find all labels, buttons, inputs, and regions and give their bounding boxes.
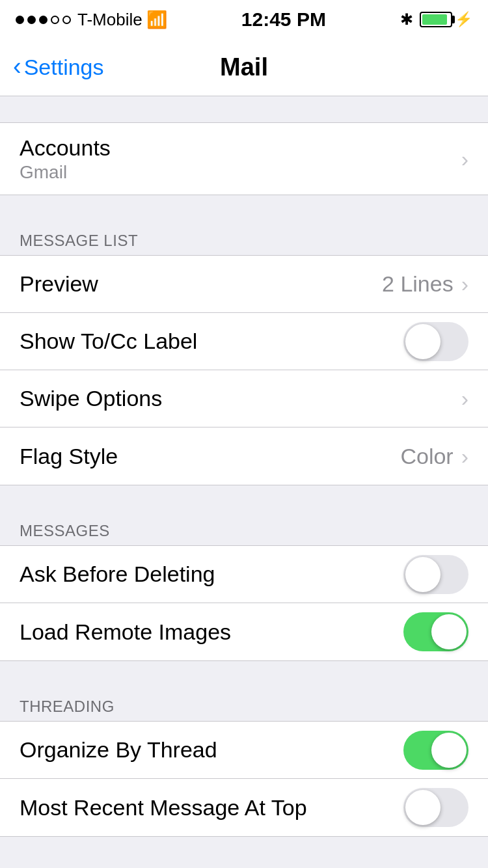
swipe-options-row[interactable]: Swipe Options › <box>0 370 488 427</box>
load-remote-images-row-left: Load Remote Images <box>20 619 231 645</box>
show-tocc-toggle-knob <box>405 324 441 359</box>
swipe-options-chevron-icon: › <box>461 386 468 411</box>
load-remote-images-row-right <box>403 612 468 651</box>
messages-header: MESSAGES <box>0 511 488 545</box>
swipe-options-label: Swipe Options <box>20 386 162 411</box>
show-tocc-row-left: Show To/Cc Label <box>20 329 197 354</box>
accounts-row-left: Accounts Gmail <box>20 135 111 183</box>
signal-dot-5 <box>62 16 71 24</box>
signal-dots <box>16 16 71 24</box>
preview-chevron-icon: › <box>461 271 468 297</box>
organize-by-thread-label: Organize By Thread <box>20 737 217 763</box>
preview-label: Preview <box>20 271 98 297</box>
signal-dot-3 <box>39 16 47 24</box>
carrier-label: T-Mobile <box>77 10 142 30</box>
accounts-group: Accounts Gmail › <box>0 122 488 195</box>
most-recent-message-toggle[interactable] <box>403 788 468 827</box>
page-title: Mail <box>220 53 268 81</box>
charging-icon: ⚡ <box>455 11 472 28</box>
flag-style-row[interactable]: Flag Style Color › <box>0 427 488 485</box>
ask-before-deleting-toggle-knob <box>405 557 441 592</box>
gap-bottom <box>0 837 488 863</box>
ask-before-deleting-row-left: Ask Before Deleting <box>20 562 215 587</box>
bluetooth-icon: ✱ <box>400 10 413 29</box>
show-tocc-row-right <box>403 322 468 361</box>
gap-before-threading <box>0 661 488 687</box>
signal-dot-4 <box>51 16 59 24</box>
flag-style-row-right: Color › <box>400 444 468 469</box>
message-list-group: Preview 2 Lines › Show To/Cc Label Swipe… <box>0 255 488 485</box>
flag-style-row-left: Flag Style <box>20 444 118 469</box>
flag-style-chevron-icon: › <box>461 444 468 469</box>
preview-row-right: 2 Lines › <box>382 271 468 297</box>
load-remote-images-toggle[interactable] <box>403 612 468 651</box>
accounts-label: Accounts <box>20 135 111 161</box>
ask-before-deleting-row: Ask Before Deleting <box>0 546 488 603</box>
flag-style-label: Flag Style <box>20 444 118 469</box>
organize-by-thread-toggle[interactable] <box>403 731 468 770</box>
signal-dot-2 <box>27 16 36 24</box>
preview-row[interactable]: Preview 2 Lines › <box>0 256 488 313</box>
most-recent-message-toggle-knob <box>405 790 441 825</box>
status-bar: T-Mobile 📶 12:45 PM ✱ ⚡ <box>0 0 488 39</box>
ask-before-deleting-toggle[interactable] <box>403 555 468 594</box>
wifi-icon: 📶 <box>146 10 167 30</box>
threading-header: THREADING <box>0 687 488 721</box>
gap-before-accounts <box>0 96 488 122</box>
accounts-sublabel: Gmail <box>20 162 111 183</box>
gap-before-messages <box>0 485 488 511</box>
back-label: Settings <box>24 55 104 80</box>
accounts-chevron-icon: › <box>461 146 468 172</box>
battery: ⚡ <box>420 11 472 28</box>
battery-body <box>420 12 452 27</box>
gap-before-message-list <box>0 195 488 221</box>
load-remote-images-label: Load Remote Images <box>20 619 231 645</box>
organize-by-thread-row-left: Organize By Thread <box>20 737 217 763</box>
signal-dot-1 <box>16 16 24 24</box>
status-time: 12:45 PM <box>241 8 326 31</box>
most-recent-message-row: Most Recent Message At Top <box>0 779 488 836</box>
accounts-row[interactable]: Accounts Gmail › <box>0 123 488 195</box>
organize-by-thread-toggle-knob <box>431 733 467 768</box>
status-left: T-Mobile 📶 <box>16 10 167 30</box>
messages-group: Ask Before Deleting Load Remote Images <box>0 545 488 661</box>
accounts-row-right: › <box>461 146 468 172</box>
flag-style-value: Color <box>400 444 453 469</box>
threading-group: Organize By Thread Most Recent Message A… <box>0 721 488 837</box>
preview-row-left: Preview <box>20 271 98 297</box>
back-chevron-icon: ‹ <box>13 53 21 81</box>
ask-before-deleting-row-right <box>403 555 468 594</box>
show-tocc-label: Show To/Cc Label <box>20 329 197 354</box>
ask-before-deleting-label: Ask Before Deleting <box>20 562 215 587</box>
show-tocc-row: Show To/Cc Label <box>0 313 488 370</box>
load-remote-images-toggle-knob <box>431 614 467 649</box>
preview-value: 2 Lines <box>382 271 454 297</box>
organize-by-thread-row-right <box>403 731 468 770</box>
most-recent-message-row-left: Most Recent Message At Top <box>20 795 307 821</box>
most-recent-message-row-right <box>403 788 468 827</box>
most-recent-message-label: Most Recent Message At Top <box>20 795 307 821</box>
back-button[interactable]: ‹ Settings <box>13 54 104 81</box>
message-list-header: MESSAGE LIST <box>0 221 488 255</box>
nav-bar: ‹ Settings Mail <box>0 39 488 96</box>
load-remote-images-row: Load Remote Images <box>0 603 488 660</box>
organize-by-thread-row: Organize By Thread <box>0 722 488 779</box>
swipe-options-row-right: › <box>461 386 468 411</box>
show-tocc-toggle[interactable] <box>403 322 468 361</box>
status-right: ✱ ⚡ <box>400 10 472 29</box>
battery-fill <box>422 14 447 25</box>
swipe-options-row-left: Swipe Options <box>20 386 162 411</box>
